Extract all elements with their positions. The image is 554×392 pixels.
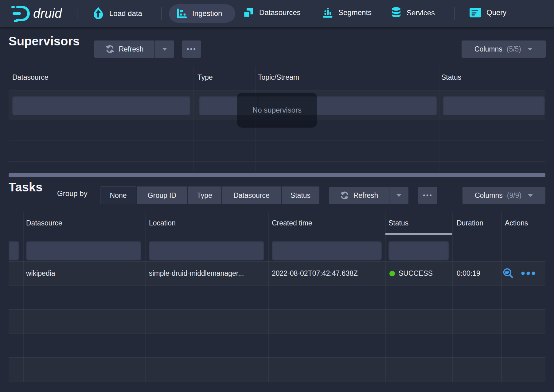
row-divider bbox=[9, 90, 545, 91]
status-success-dot-icon bbox=[389, 271, 395, 276]
chevron-down-icon bbox=[528, 194, 533, 197]
group-by-type-button[interactable]: Type bbox=[188, 186, 221, 204]
table-stripe bbox=[9, 309, 545, 333]
tasks-title: Tasks bbox=[9, 180, 42, 194]
row-divider bbox=[9, 161, 545, 162]
task-detail-magnifier-icon[interactable] bbox=[502, 267, 514, 279]
load-data-icon bbox=[92, 7, 104, 20]
row-divider bbox=[9, 381, 545, 382]
group-by-status-button[interactable]: Status bbox=[282, 186, 319, 204]
row-divider bbox=[9, 333, 545, 334]
tasks-refresh-dropdown-button[interactable] bbox=[389, 187, 408, 204]
row-divider bbox=[9, 285, 545, 286]
supervisors-table: Datasource Type Topic/Stream Status No s… bbox=[9, 66, 545, 172]
supervisors-refresh-button[interactable]: Refresh bbox=[94, 40, 154, 58]
refresh-icon bbox=[340, 191, 349, 200]
supervisors-columns-button[interactable]: Columns (5/5) bbox=[462, 40, 546, 58]
supervisors-filter-status[interactable] bbox=[443, 96, 545, 115]
task-actions-menu-icon[interactable] bbox=[521, 271, 536, 275]
services-icon bbox=[391, 7, 402, 19]
logo-wordmark: druid bbox=[33, 6, 62, 21]
nav-label-load-data: Load data bbox=[109, 9, 142, 18]
tasks-filter-clipped-column[interactable] bbox=[9, 241, 19, 260]
columns-count: (9/9) bbox=[507, 191, 521, 200]
nav-label-datasources: Datasources bbox=[259, 8, 301, 17]
tasks-columns-button[interactable]: Columns (9/9) bbox=[462, 187, 545, 204]
druid-logo-icon bbox=[11, 5, 33, 22]
nav-divider bbox=[161, 7, 162, 20]
task-cell-datasource: wikipedia bbox=[26, 269, 55, 278]
druid-console: druid Load data bbox=[0, 0, 554, 392]
top-navbar: druid Load data bbox=[0, 0, 554, 27]
tasks-refresh-button[interactable]: Refresh bbox=[329, 187, 389, 204]
chevron-down-icon bbox=[396, 194, 402, 197]
no-supervisors-overlay: No supervisors bbox=[237, 93, 317, 128]
supervisors-horizontal-scrollbar[interactable] bbox=[9, 173, 545, 177]
refresh-icon bbox=[105, 44, 115, 54]
supervisors-header-type[interactable]: Type bbox=[197, 73, 213, 82]
column-divider bbox=[439, 66, 439, 172]
druid-logo[interactable]: druid bbox=[11, 5, 62, 22]
tasks-filter-datasource[interactable] bbox=[26, 241, 141, 260]
nav-label-query: Query bbox=[486, 8, 506, 17]
table-stripe bbox=[9, 357, 545, 381]
tasks-header-actions[interactable]: Actions bbox=[505, 219, 528, 227]
tasks-more-button[interactable]: ••• bbox=[418, 187, 437, 204]
tasks-filter-location[interactable] bbox=[149, 241, 264, 260]
columns-label: Columns bbox=[475, 191, 503, 200]
status-text: SUCCESS bbox=[399, 269, 433, 277]
nav-label-services: Services bbox=[407, 9, 435, 17]
tasks-filter-status[interactable] bbox=[388, 241, 449, 260]
ingestion-icon bbox=[176, 8, 187, 19]
supervisors-header-status[interactable]: Status bbox=[441, 73, 461, 82]
nav-item-services[interactable]: Services bbox=[391, 7, 435, 19]
row-divider bbox=[9, 309, 545, 310]
nav-label-ingestion: Ingestion bbox=[192, 9, 222, 18]
nav-item-ingestion[interactable]: Ingestion bbox=[169, 4, 235, 23]
datasources-icon bbox=[243, 7, 254, 18]
tasks-header-location[interactable]: Location bbox=[149, 219, 176, 227]
row-divider bbox=[9, 235, 545, 235]
tasks-header-status[interactable]: Status bbox=[388, 219, 408, 227]
group-by-group-id-button[interactable]: Group ID bbox=[137, 186, 187, 204]
supervisors-refresh-dropdown-button[interactable] bbox=[155, 40, 174, 58]
nav-item-query[interactable]: Query bbox=[469, 7, 506, 18]
columns-label: Columns bbox=[474, 45, 502, 53]
group-by-none-button[interactable]: None bbox=[100, 186, 136, 204]
nav-label-segments: Segments bbox=[338, 8, 372, 17]
row-divider bbox=[9, 261, 545, 262]
tasks-header-created-time[interactable]: Created time bbox=[272, 219, 312, 227]
chevron-down-icon bbox=[162, 48, 167, 51]
nav-divider bbox=[77, 7, 77, 20]
task-cell-location: simple-druid-middlemanager... bbox=[149, 269, 244, 278]
supervisors-header-datasource[interactable]: Datasource bbox=[12, 73, 49, 82]
refresh-label: Refresh bbox=[353, 191, 378, 200]
tasks-filter-created-time[interactable] bbox=[272, 241, 382, 260]
chevron-down-icon bbox=[527, 48, 533, 51]
nav-item-load-data[interactable]: Load data bbox=[92, 7, 142, 20]
row-divider bbox=[9, 140, 545, 141]
task-cell-status: SUCCESS bbox=[389, 269, 433, 278]
nav-divider bbox=[454, 7, 455, 20]
query-icon bbox=[469, 7, 482, 18]
supervisors-more-button[interactable]: ••• bbox=[182, 40, 201, 58]
tasks-header-duration[interactable]: Duration bbox=[457, 219, 483, 227]
task-cell-duration: 0:00:19 bbox=[457, 269, 480, 278]
group-by-label: Group by bbox=[57, 189, 88, 198]
tasks-header-datasource[interactable]: Datasource bbox=[26, 219, 62, 227]
task-cell-actions bbox=[502, 267, 536, 279]
supervisors-title: Supervisors bbox=[9, 34, 80, 48]
more-icon: ••• bbox=[423, 192, 433, 199]
supervisors-header-topic-stream[interactable]: Topic/Stream bbox=[258, 73, 299, 82]
group-by-datasource-button[interactable]: Datasource bbox=[222, 186, 281, 204]
supervisors-filter-datasource[interactable] bbox=[12, 96, 190, 115]
nav-item-datasources[interactable]: Datasources bbox=[243, 7, 301, 18]
row-divider bbox=[9, 357, 545, 358]
refresh-label: Refresh bbox=[119, 45, 144, 53]
segments-icon bbox=[322, 7, 334, 18]
nav-item-segments[interactable]: Segments bbox=[322, 7, 372, 18]
tasks-table: Datasource Location Created time Status … bbox=[9, 212, 545, 382]
columns-count: (5/5) bbox=[507, 45, 521, 53]
column-divider bbox=[193, 66, 194, 172]
more-icon: ••• bbox=[187, 46, 197, 52]
